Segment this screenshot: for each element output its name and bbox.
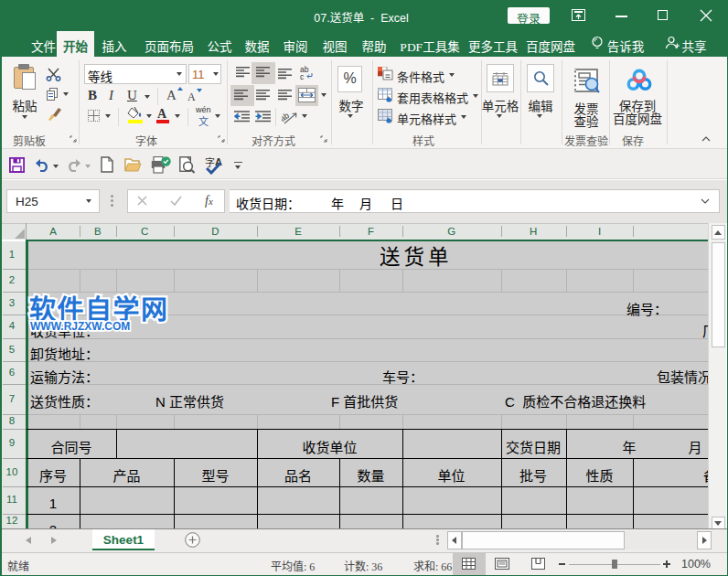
svg-text:WWW.RJZXW.COM: WWW.RJZXW.COM [30,320,130,333]
